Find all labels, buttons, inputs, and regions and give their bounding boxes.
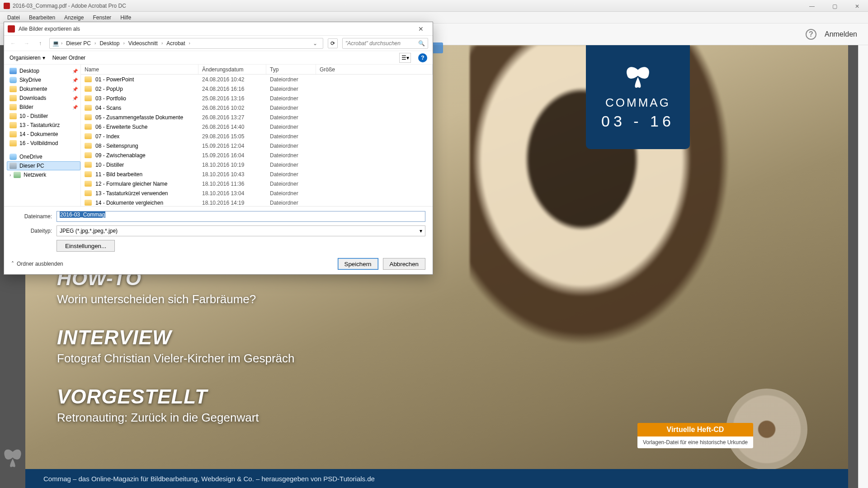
menu-help[interactable]: Hilfe (116, 14, 136, 21)
sign-in-link[interactable]: Anmelden (825, 30, 857, 38)
nav-up-button[interactable]: ↑ (36, 39, 45, 48)
file-date: 18.10.2016 13:04 (202, 190, 270, 197)
nav-item[interactable]: Bilder📌 (7, 103, 80, 112)
file-row[interactable]: 08 - Seitensprung15.09.2016 12:04Dateior… (81, 141, 433, 150)
file-row[interactable]: 05 - Zusammengefasste Dokumente26.08.201… (81, 113, 433, 122)
nav-pane[interactable]: Desktop📌SkyDrive📌Dokumente📌Downloads📌Bil… (4, 65, 81, 206)
menu-edit[interactable]: Bearbeiten (24, 14, 60, 21)
file-row[interactable]: 06 - Erweiterte Suche26.08.2016 14:40Dat… (81, 122, 433, 131)
file-list[interactable]: 01 - PowerPoint24.08.2016 10:42Dateiordn… (81, 75, 433, 206)
settings-button[interactable]: Einstellungen... (57, 240, 115, 252)
butterfly-watermark-icon (1, 447, 24, 470)
crumb[interactable]: Acrobat (165, 40, 187, 47)
chevron-right-icon: › (161, 41, 163, 46)
folder-icon (85, 152, 92, 158)
crumb[interactable]: Videoschnitt (127, 40, 160, 47)
new-folder-button[interactable]: Neuer Ordner (52, 55, 85, 61)
nav-item[interactable]: Dieser PC (7, 161, 80, 170)
folder-icon (85, 171, 92, 177)
crumb[interactable]: Desktop (98, 40, 121, 47)
nav-back-button[interactable]: ← (9, 39, 18, 48)
chevron-right-icon: › (123, 41, 124, 46)
cancel-button[interactable]: Abbrechen (383, 258, 425, 270)
magazine-issue: 03 - 16 (601, 113, 675, 130)
file-row[interactable]: 13 - Tastaturkürzel verwenden18.10.2016 … (81, 188, 433, 198)
file-row[interactable]: 01 - PowerPoint24.08.2016 10:42Dateiordn… (81, 75, 433, 84)
menu-file[interactable]: Datei (3, 14, 24, 21)
nav-item[interactable]: 10 - Distiller (7, 112, 80, 121)
menu-view[interactable]: Anzeige (60, 14, 88, 21)
filetype-select[interactable]: JPEG (*.jpg,*.jpeg,*.jpe) ▾ (57, 225, 425, 236)
file-date: 15.09.2016 12:04 (202, 143, 270, 149)
col-size[interactable]: Größe (316, 65, 433, 74)
breadcrumb[interactable]: 💻 › Dieser PC › Desktop › Videoschnitt ›… (49, 38, 323, 49)
file-row[interactable]: 09 - Zwischenablage15.09.2016 16:04Datei… (81, 150, 433, 160)
file-type: Dateiordner (270, 76, 320, 83)
file-row[interactable]: 03 - Portfolio25.08.2016 13:16Dateiordne… (81, 94, 433, 103)
magazine-brand-tag: COMMAG 03 - 16 (586, 45, 690, 149)
file-type: Dateiordner (270, 181, 320, 187)
maximize-button[interactable]: ▢ (826, 2, 843, 11)
search-box[interactable]: 🔍 (342, 38, 428, 49)
dialog-toolbar: Organisieren ▾ Neuer Ordner ☰▾ ? (4, 51, 433, 65)
file-name: 11 - Bild bearbeiten (95, 171, 202, 178)
nav-item[interactable]: SkyDrive📌 (7, 75, 80, 84)
organize-button[interactable]: Organisieren ▾ (9, 55, 45, 61)
close-dialog-button[interactable]: ✕ (413, 24, 429, 34)
file-row[interactable]: 02 - PopUp24.08.2016 16:16Dateiordner (81, 84, 433, 94)
nav-item[interactable]: ›Netzwerk (7, 170, 80, 179)
hide-folders-toggle[interactable]: ˄ Ordner ausblenden (11, 261, 63, 267)
column-headers[interactable]: Name Änderungsdatum Typ Größe (81, 65, 433, 75)
file-row[interactable]: 10 - Distiller18.10.2016 10:19Dateiordne… (81, 160, 433, 169)
file-name: 02 - PopUp (95, 86, 202, 92)
file-name: 03 - Portfolio (95, 95, 202, 102)
dialog-help-icon[interactable]: ? (418, 53, 427, 62)
nav-item[interactable]: Downloads📌 (7, 94, 80, 103)
folder-icon (9, 104, 17, 110)
nav-item[interactable]: OneDrive (7, 152, 80, 161)
filename-label: Dateiname: (11, 213, 57, 220)
folder-icon (85, 190, 92, 196)
file-row[interactable]: 04 - Scans26.08.2016 10:02Dateiordner (81, 103, 433, 113)
nav-item[interactable]: 14 - Dokumente (7, 130, 80, 139)
acrobat-icon (8, 25, 15, 33)
nav-item[interactable]: Desktop📌 (7, 66, 80, 75)
nav-item[interactable]: 13 - Tastaturkürz (7, 121, 80, 130)
file-row[interactable]: 07 - Index29.08.2016 15:05Dateiordner (81, 131, 433, 141)
col-type[interactable]: Typ (266, 65, 316, 74)
tools-pane-collapsed[interactable] (858, 45, 868, 488)
col-date[interactable]: Änderungsdatum (198, 65, 266, 74)
menu-window[interactable]: Fenster (88, 14, 116, 21)
save-button[interactable]: Speichern (338, 258, 378, 270)
file-date: 25.08.2016 13:16 (202, 95, 270, 102)
nav-item[interactable]: Dokumente📌 (7, 84, 80, 94)
cloud-icon (9, 77, 17, 83)
folder-icon (85, 114, 92, 120)
file-row[interactable]: 11 - Bild bearbeiten18.10.2016 10:43Date… (81, 169, 433, 179)
file-row[interactable]: 12 - Formulare gleicher Name18.10.2016 1… (81, 179, 433, 188)
acrobat-icon (4, 3, 10, 9)
help-icon[interactable]: ? (806, 29, 816, 40)
nav-label: 14 - Dokumente (19, 131, 58, 137)
close-app-button[interactable]: ✕ (849, 2, 865, 11)
filename-input[interactable]: 2016-03_Commag (57, 211, 425, 222)
search-icon[interactable]: 🔍 (418, 40, 425, 47)
col-name[interactable]: Name (81, 65, 198, 74)
desktop-icon (9, 68, 17, 74)
nav-forward-button[interactable]: → (22, 39, 31, 48)
breadcrumb-dropdown-icon[interactable]: ⌄ (310, 40, 320, 47)
nav-item[interactable]: 16 - Vollbildmod (7, 139, 80, 148)
pc-icon: 💻 (52, 40, 59, 47)
file-type: Dateiordner (270, 171, 320, 178)
butterfly-logo-icon (622, 64, 654, 91)
section-sub: Worin unterscheiden sich Farbräume? (57, 292, 294, 306)
pin-icon: 📌 (72, 69, 78, 74)
view-mode-button[interactable]: ☰▾ (399, 53, 411, 63)
file-row[interactable]: 14 - Dokumente vergleichen18.10.2016 14:… (81, 198, 433, 206)
refresh-button[interactable]: ⟳ (328, 38, 338, 48)
search-input[interactable] (345, 40, 418, 47)
minimize-button[interactable]: — (804, 2, 820, 11)
chevron-right-icon: › (189, 41, 190, 46)
nav-label: Dokumente (19, 86, 47, 92)
crumb[interactable]: Dieser PC (64, 40, 93, 47)
